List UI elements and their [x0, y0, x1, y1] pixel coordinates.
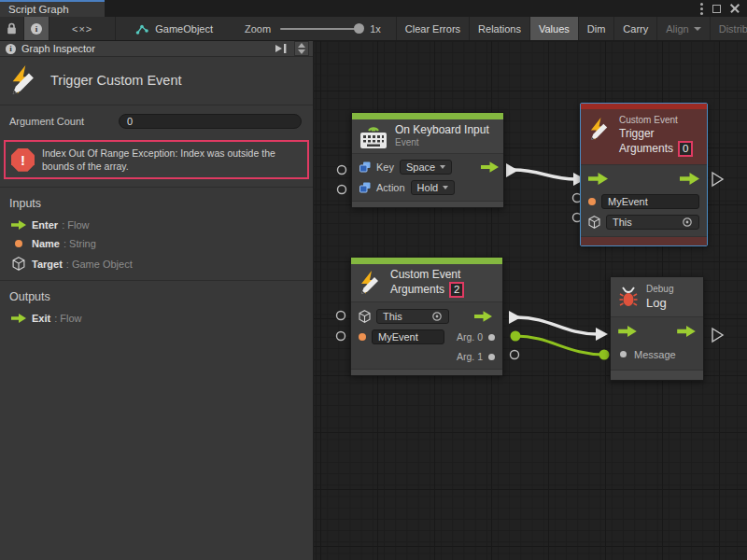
unity-visual-scripting-window: Script Graph i <×>: [0, 0, 747, 560]
action-row: Action Hold: [352, 177, 503, 198]
action-dropdown[interactable]: Hold: [411, 180, 456, 195]
spinner-up-icon[interactable]: [298, 43, 305, 48]
dock-button[interactable]: [272, 43, 290, 54]
graph-toolbar: i <×> GameObject Zoom 1x Clear Errors Re…: [0, 17, 747, 41]
outputs-section-title: Outputs: [0, 281, 313, 309]
graph-canvas[interactable]: On Keyboard Input Event Key Space: [314, 41, 747, 560]
node-footer: [351, 369, 502, 375]
chevron-down-icon: [443, 186, 448, 189]
flow-row: [616, 321, 698, 343]
string-port-icon[interactable]: [359, 333, 366, 341]
node-trigger-custom-event[interactable]: Custom Event Trigger Arguments 0: [580, 103, 708, 246]
event-name-field[interactable]: MyEvent: [601, 194, 699, 209]
graph-target[interactable]: GameObject: [116, 17, 222, 40]
key-dropdown[interactable]: Space: [400, 160, 452, 175]
inputs-section-title: Inputs: [0, 188, 313, 216]
tab-script-graph[interactable]: Script Graph: [0, 0, 105, 17]
align-button[interactable]: Align: [657, 17, 710, 40]
maximize-icon[interactable]: [712, 5, 721, 13]
string-port-icon[interactable]: [588, 198, 596, 205]
zoom-slider-thumb[interactable]: [354, 23, 364, 34]
target-row: This: [586, 212, 701, 232]
inspect-button[interactable]: i: [24, 17, 49, 40]
graph-inspector-header: i Graph Inspector: [0, 41, 313, 57]
node-kicker: Debug: [646, 284, 673, 296]
dock-icon: [275, 44, 288, 53]
arguments-count-field[interactable]: 2: [449, 282, 464, 298]
port-customevent-arg1-out[interactable]: [511, 351, 519, 359]
wire-keyboard-to-trigger[interactable]: [506, 163, 585, 186]
gameobject-cube-icon[interactable]: [588, 216, 600, 229]
carry-button[interactable]: Carry: [614, 17, 657, 40]
flow-port-icon: [7, 220, 30, 230]
target-row: This: [357, 305, 497, 327]
arg1-port[interactable]: [488, 354, 495, 360]
chevron-down-icon: [694, 27, 701, 31]
node-footer: [611, 370, 703, 380]
target-dropdown[interactable]: This: [376, 309, 449, 324]
port-customevent-name[interactable]: [337, 332, 345, 341]
argument-count-row: Argument Count 0: [0, 105, 313, 138]
gameobject-cube-icon[interactable]: [359, 310, 371, 323]
node-on-keyboard-input[interactable]: On Keyboard Input Event Key Space: [351, 112, 504, 208]
arg0-label: Arg. 0: [457, 331, 483, 343]
arg1-row: Arg. 1: [357, 347, 497, 366]
port-log-exit[interactable]: [712, 329, 723, 342]
flow-in-port[interactable]: [618, 326, 637, 339]
custom-event-icon: [359, 271, 383, 295]
clear-errors-button[interactable]: Clear Errors: [397, 17, 470, 40]
menu-icon[interactable]: [700, 7, 703, 10]
port-keyboard-key[interactable]: [338, 166, 346, 175]
arg0-port[interactable]: [488, 334, 495, 341]
node-body: Key Space Acti: [352, 153, 503, 201]
spinner-down-icon[interactable]: [298, 49, 305, 54]
graph-target-label: GameObject: [155, 23, 213, 35]
keyboard-event-icon: [359, 123, 388, 149]
relations-button[interactable]: Relations: [470, 17, 530, 40]
message-port[interactable]: [620, 351, 627, 357]
lock-button[interactable]: [0, 17, 24, 40]
zoom-value: 1x: [370, 23, 381, 35]
dim-button[interactable]: Dim: [579, 17, 615, 40]
target-dropdown[interactable]: This: [606, 215, 699, 230]
node-title: Log: [646, 296, 673, 311]
port-keyboard-action[interactable]: [338, 186, 346, 194]
trigger-flow-out-port[interactable]: [474, 311, 492, 322]
message-row: Message: [616, 343, 698, 366]
node-color-bar: [351, 258, 502, 264]
port-trigger-exit[interactable]: [712, 173, 723, 186]
node-custom-event[interactable]: Custom Event Arguments 2 This: [350, 257, 503, 376]
flow-out-port[interactable]: [680, 173, 699, 187]
chevron-down-icon: [440, 165, 445, 169]
target-picker-icon[interactable]: [431, 311, 443, 322]
code-preview-button[interactable]: <×>: [49, 17, 116, 40]
argument-count-label: Argument Count: [9, 116, 84, 127]
input-row-name: Name : String: [0, 234, 313, 253]
message-label: Message: [634, 349, 676, 360]
node-title-line1: Trigger: [619, 127, 693, 141]
graph-inspector-title: Graph Inspector: [21, 43, 95, 54]
target-picker-icon[interactable]: [682, 217, 693, 228]
flow-out-port[interactable]: [677, 326, 696, 339]
arguments-count-field[interactable]: 0: [678, 141, 693, 157]
node-title: On Keyboard Input: [395, 123, 489, 137]
flow-in-port[interactable]: [588, 173, 608, 187]
key-label: Key: [376, 161, 394, 173]
port-customevent-target[interactable]: [337, 312, 345, 320]
zoom-slider[interactable]: [280, 28, 362, 30]
gameobject-cube-icon: [7, 257, 30, 271]
node-debug-log[interactable]: Debug Log Message: [610, 276, 704, 381]
trigger-flow-out-port[interactable]: [481, 161, 499, 173]
close-icon[interactable]: [730, 4, 740, 13]
error-icon: !: [11, 148, 35, 172]
keycode-icon: [359, 182, 371, 193]
inspector-spinner: [294, 41, 309, 56]
zoom-label: Zoom: [245, 23, 271, 35]
distribute-button[interactable]: Distribute: [711, 17, 747, 40]
event-name-field[interactable]: MyEvent: [372, 329, 444, 344]
tab-label: Script Graph: [8, 4, 69, 15]
main-area: i Graph Inspector: [0, 41, 747, 560]
zoom-control: Zoom 1x: [222, 17, 396, 40]
values-button[interactable]: Values: [530, 17, 579, 40]
argument-count-input[interactable]: 0: [119, 114, 302, 129]
